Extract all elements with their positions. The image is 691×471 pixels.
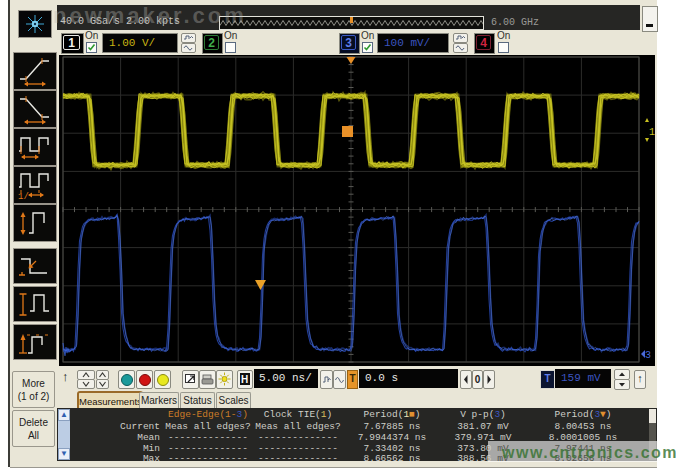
- svg-text:3: 3: [645, 350, 651, 361]
- svg-text:1: 1: [649, 127, 655, 138]
- svg-text:1/: 1/: [18, 192, 29, 202]
